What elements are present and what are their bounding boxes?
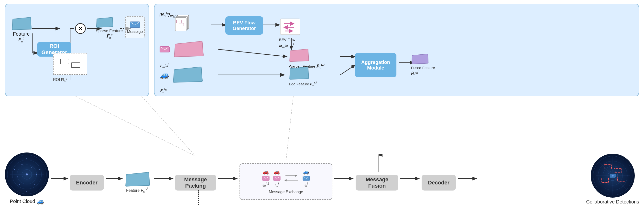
arrow-fusion-decoder-svg — [399, 175, 421, 182]
roi-box — [53, 53, 87, 75]
feature-slab-left: Feature Fnti — [12, 17, 31, 43]
diagram-container: Feature Fnti × ROI Generator Sparse Feat… — [0, 0, 644, 212]
bev-flow-arrows-icon — [279, 17, 301, 36]
svg-rect-71 — [604, 165, 612, 169]
envelope-icon-tm-j — [273, 176, 280, 181]
pink-feature-slab — [174, 41, 204, 57]
svg-line-17 — [340, 65, 355, 75]
roi-rectangles — [56, 55, 85, 73]
arrow-fusion-up — [375, 154, 382, 174]
svg-rect-73 — [618, 177, 625, 181]
exchange-arrows — [284, 174, 299, 182]
svg-point-40 — [38, 169, 40, 170]
arrow-msgpack-exchange-svg — [217, 175, 239, 182]
output-area: Fused Feature Ĥntni — [411, 54, 435, 77]
svg-line-87 — [286, 96, 293, 161]
svg-rect-10 — [71, 63, 80, 68]
ego-feature-slab — [289, 67, 309, 80]
arrow-decoder-detections-svg — [456, 175, 478, 182]
svg-line-83 — [613, 176, 626, 189]
collaborative-detections-section: Collaborative Detections — [586, 154, 639, 205]
multiply-circle: × — [75, 23, 86, 34]
svg-line-82 — [599, 176, 613, 189]
top-left-box: Feature Fnti × ROI Generator Sparse Feat… — [5, 4, 149, 96]
arrow-feat-msgpack — [153, 175, 175, 183]
svg-line-51 — [14, 161, 27, 174]
output-slab — [412, 54, 429, 64]
arrow-enc-feature — [104, 175, 124, 183]
svg-line-14 — [218, 49, 286, 57]
f-n-label: Fntni — [160, 68, 167, 94]
message-fusion-block: Message Fusion — [356, 175, 398, 191]
ego-feature-area: Ego Feature Fntni — [289, 67, 317, 88]
message-packing-block: Message Packing — [175, 175, 216, 191]
exchange-arrow-right — [284, 174, 299, 177]
svg-point-41 — [14, 169, 15, 170]
arrow-exchange-fusion — [333, 175, 355, 183]
svg-point-34 — [22, 164, 22, 165]
collaborative-detections-label: Collaborative Detections — [586, 199, 639, 205]
arrow-pc-encoder — [50, 175, 70, 183]
tilde-f-label: F̃mtmj — [160, 42, 169, 69]
point-cloud-image — [5, 152, 49, 196]
arrow-pc-encoder-svg — [50, 175, 70, 182]
encoder-block: Encoder — [70, 175, 104, 191]
point-cloud-section: Point Cloud 🚙 — [5, 152, 49, 205]
car-icon-bottom: 🚙 — [37, 198, 44, 205]
svg-rect-72 — [614, 168, 621, 173]
svg-rect-24 — [280, 19, 300, 35]
arrow-fusion-up-svg — [375, 154, 382, 173]
svg-line-81 — [613, 162, 626, 176]
top-right-box: {Rmtq}q=j,j-1 BEV Flow Generator — [154, 4, 639, 96]
arrow-msgpack-down — [195, 189, 202, 207]
svg-point-38 — [19, 184, 20, 185]
car-icon-tm-j1: 🚗 — [263, 169, 269, 175]
svg-line-85 — [76, 96, 196, 156]
agent-tm-j1: 🚗 tmj-1 — [262, 169, 270, 187]
exchange-icons-row: 🚗 tmj-1 🚗 tmj — [262, 169, 310, 187]
lidar-svg — [5, 152, 49, 196]
exchange-arrow-left — [284, 179, 299, 182]
feature-label-left: Feature — [12, 31, 31, 37]
message-dashed-box: Message — [125, 16, 145, 38]
svg-line-49 — [14, 174, 27, 188]
feature-label-bottom: Feature Fntni — [126, 187, 148, 194]
decoder-block: Decoder — [422, 175, 456, 191]
message-exchange-label: Message Exchange — [269, 190, 303, 194]
feature-var-left: Fnti — [12, 37, 31, 43]
arrow-enc-feature-svg — [104, 175, 124, 182]
message-exchange-box: 🚗 tmj-1 🚗 tmj — [240, 163, 332, 200]
svg-line-86 — [142, 96, 196, 156]
arrow-decoder-detections — [456, 175, 478, 183]
detection-image — [591, 154, 635, 198]
bottom-feature-slab: Feature Fntni — [125, 173, 149, 194]
agent-tn-i: 🚙 tni — [302, 169, 310, 187]
bev-flow-generator-block: BEV Flow Generator — [225, 16, 263, 35]
svg-line-48 — [27, 161, 40, 174]
doc-stack-icon — [174, 14, 191, 33]
envelope-icon-left — [130, 21, 140, 28]
svg-line-84 — [599, 162, 613, 176]
feature-slab-bottom — [126, 172, 150, 187]
arrow-msgpack-exchange — [217, 175, 239, 183]
car-icon-tn-i: 🚙 — [303, 169, 309, 175]
svg-point-35 — [31, 167, 32, 168]
message-label-left: Message — [127, 29, 143, 34]
arrow-msgpack-down-svg — [195, 189, 202, 206]
aggregation-module-block: Aggregation Module — [355, 53, 396, 77]
svg-rect-9 — [60, 59, 69, 64]
sparse-feature-slab: Sparse Feature F̃nti — [96, 17, 123, 39]
doc-stack — [174, 14, 191, 34]
ego-blue-slab — [173, 67, 202, 83]
arrow-exchange-fusion-svg — [333, 175, 355, 182]
bev-flow-visual: BEV Flow Mmtm→tni — [279, 17, 301, 49]
car-icon-tm-j: 🚗 — [274, 169, 280, 175]
detection-svg — [591, 154, 635, 198]
svg-point-39 — [34, 184, 35, 185]
arrow-fusion-decoder — [399, 175, 421, 183]
roi-label: ROI Rnti — [53, 77, 67, 83]
svg-rect-21 — [175, 17, 186, 31]
agent-tm-j: 🚗 tmj — [273, 169, 280, 187]
svg-point-37 — [16, 176, 18, 177]
point-cloud-label: Point Cloud — [10, 199, 35, 204]
